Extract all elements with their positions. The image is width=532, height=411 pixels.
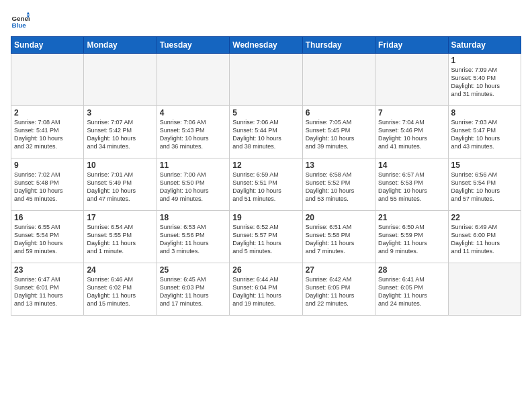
weekday-header: Thursday: [302, 37, 375, 54]
day-number: 17: [87, 213, 153, 222]
calendar-body: 1Sunrise: 7:09 AM Sunset: 5:40 PM Daylig…: [11, 54, 521, 316]
day-number: 22: [451, 213, 518, 222]
calendar-header: General Blue: [11, 11, 521, 30]
calendar-day-cell: 14Sunrise: 6:57 AM Sunset: 5:53 PM Dayli…: [375, 158, 448, 211]
calendar-day-cell: [11, 54, 84, 106]
day-info: Sunrise: 7:09 AM Sunset: 5:40 PM Dayligh…: [451, 66, 518, 99]
calendar-header-row: SundayMondayTuesdayWednesdayThursdayFrid…: [11, 37, 521, 54]
day-number: 7: [378, 108, 445, 118]
day-info: Sunrise: 7:00 AM Sunset: 5:50 PM Dayligh…: [160, 171, 226, 203]
day-info: Sunrise: 6:44 AM Sunset: 6:04 PM Dayligh…: [232, 275, 299, 308]
calendar-day-cell: 28Sunrise: 6:41 AM Sunset: 6:05 PM Dayli…: [375, 263, 448, 316]
day-info: Sunrise: 6:59 AM Sunset: 5:51 PM Dayligh…: [232, 171, 299, 203]
day-number: 19: [232, 213, 299, 222]
day-info: Sunrise: 7:06 AM Sunset: 5:44 PM Dayligh…: [232, 118, 299, 151]
logo-icon: General Blue: [11, 11, 30, 30]
day-info: Sunrise: 6:50 AM Sunset: 5:59 PM Dayligh…: [378, 223, 445, 256]
weekday-header: Sunday: [11, 37, 84, 54]
weekday-header: Tuesday: [157, 37, 229, 54]
svg-marker-2: [27, 11, 30, 14]
day-info: Sunrise: 6:57 AM Sunset: 5:53 PM Dayligh…: [378, 171, 445, 203]
weekday-header: Monday: [84, 37, 157, 54]
calendar-day-cell: [84, 54, 157, 106]
weekday-header: Saturday: [448, 37, 521, 54]
weekday-header: Wednesday: [230, 37, 302, 54]
calendar-day-cell: 27Sunrise: 6:42 AM Sunset: 6:05 PM Dayli…: [302, 263, 375, 316]
weekday-header: Friday: [375, 37, 448, 54]
day-info: Sunrise: 7:08 AM Sunset: 5:41 PM Dayligh…: [14, 118, 81, 151]
day-number: 26: [232, 265, 299, 275]
day-number: 10: [87, 161, 153, 170]
calendar-day-cell: 22Sunrise: 6:49 AM Sunset: 6:00 PM Dayli…: [448, 211, 521, 263]
calendar-day-cell: 16Sunrise: 6:55 AM Sunset: 5:54 PM Dayli…: [11, 211, 84, 263]
day-info: Sunrise: 6:47 AM Sunset: 6:01 PM Dayligh…: [14, 275, 81, 308]
day-info: Sunrise: 7:02 AM Sunset: 5:48 PM Dayligh…: [14, 171, 81, 203]
day-info: Sunrise: 6:49 AM Sunset: 6:00 PM Dayligh…: [451, 223, 518, 256]
calendar-week-row: 2Sunrise: 7:08 AM Sunset: 5:41 PM Daylig…: [11, 106, 521, 158]
day-number: 27: [306, 265, 372, 275]
calendar-day-cell: 9Sunrise: 7:02 AM Sunset: 5:48 PM Daylig…: [11, 158, 84, 211]
day-info: Sunrise: 7:01 AM Sunset: 5:49 PM Dayligh…: [87, 171, 153, 203]
calendar-week-row: 1Sunrise: 7:09 AM Sunset: 5:40 PM Daylig…: [11, 54, 521, 106]
calendar-day-cell: 8Sunrise: 7:03 AM Sunset: 5:47 PM Daylig…: [448, 106, 521, 158]
calendar-day-cell: [302, 54, 375, 106]
calendar-day-cell: [230, 54, 302, 106]
day-number: 16: [14, 213, 81, 222]
calendar-table: SundayMondayTuesdayWednesdayThursdayFrid…: [11, 36, 521, 316]
day-number: 21: [378, 213, 445, 222]
calendar-day-cell: 10Sunrise: 7:01 AM Sunset: 5:49 PM Dayli…: [84, 158, 157, 211]
day-number: 24: [87, 265, 153, 275]
calendar-container: General Blue SundayMondayTuesdayWednesda…: [0, 0, 532, 321]
svg-text:Blue: Blue: [11, 21, 26, 29]
calendar-day-cell: 5Sunrise: 7:06 AM Sunset: 5:44 PM Daylig…: [230, 106, 302, 158]
day-number: 28: [378, 265, 445, 275]
calendar-day-cell: 12Sunrise: 6:59 AM Sunset: 5:51 PM Dayli…: [230, 158, 302, 211]
calendar-day-cell: 23Sunrise: 6:47 AM Sunset: 6:01 PM Dayli…: [11, 263, 84, 316]
day-number: 9: [14, 161, 81, 170]
day-info: Sunrise: 6:58 AM Sunset: 5:52 PM Dayligh…: [306, 171, 372, 203]
calendar-day-cell: [448, 263, 521, 316]
day-number: 8: [451, 108, 518, 118]
day-info: Sunrise: 7:05 AM Sunset: 5:45 PM Dayligh…: [306, 118, 372, 151]
day-info: Sunrise: 6:53 AM Sunset: 5:56 PM Dayligh…: [160, 223, 226, 256]
calendar-week-row: 9Sunrise: 7:02 AM Sunset: 5:48 PM Daylig…: [11, 158, 521, 211]
calendar-day-cell: 17Sunrise: 6:54 AM Sunset: 5:55 PM Dayli…: [84, 211, 157, 263]
day-info: Sunrise: 6:56 AM Sunset: 5:54 PM Dayligh…: [451, 171, 518, 203]
calendar-day-cell: [157, 54, 229, 106]
calendar-day-cell: 4Sunrise: 7:06 AM Sunset: 5:43 PM Daylig…: [157, 106, 229, 158]
day-info: Sunrise: 6:42 AM Sunset: 6:05 PM Dayligh…: [306, 275, 372, 308]
calendar-day-cell: 7Sunrise: 7:04 AM Sunset: 5:46 PM Daylig…: [375, 106, 448, 158]
day-number: 15: [451, 161, 518, 170]
calendar-day-cell: 26Sunrise: 6:44 AM Sunset: 6:04 PM Dayli…: [230, 263, 302, 316]
day-info: Sunrise: 6:55 AM Sunset: 5:54 PM Dayligh…: [14, 223, 81, 256]
day-number: 5: [232, 108, 299, 118]
calendar-week-row: 23Sunrise: 6:47 AM Sunset: 6:01 PM Dayli…: [11, 263, 521, 316]
calendar-week-row: 16Sunrise: 6:55 AM Sunset: 5:54 PM Dayli…: [11, 211, 521, 263]
calendar-day-cell: 6Sunrise: 7:05 AM Sunset: 5:45 PM Daylig…: [302, 106, 375, 158]
day-info: Sunrise: 6:54 AM Sunset: 5:55 PM Dayligh…: [87, 223, 153, 256]
calendar-day-cell: 24Sunrise: 6:46 AM Sunset: 6:02 PM Dayli…: [84, 263, 157, 316]
day-number: 2: [14, 108, 81, 118]
calendar-day-cell: 20Sunrise: 6:51 AM Sunset: 5:58 PM Dayli…: [302, 211, 375, 263]
calendar-day-cell: 2Sunrise: 7:08 AM Sunset: 5:41 PM Daylig…: [11, 106, 84, 158]
day-number: 12: [232, 161, 299, 170]
calendar-day-cell: 3Sunrise: 7:07 AM Sunset: 5:42 PM Daylig…: [84, 106, 157, 158]
day-info: Sunrise: 7:06 AM Sunset: 5:43 PM Dayligh…: [160, 118, 226, 151]
day-number: 3: [87, 108, 153, 118]
day-info: Sunrise: 6:45 AM Sunset: 6:03 PM Dayligh…: [160, 275, 226, 308]
day-number: 4: [160, 108, 226, 118]
day-info: Sunrise: 6:46 AM Sunset: 6:02 PM Dayligh…: [87, 275, 153, 308]
calendar-day-cell: 15Sunrise: 6:56 AM Sunset: 5:54 PM Dayli…: [448, 158, 521, 211]
calendar-day-cell: 25Sunrise: 6:45 AM Sunset: 6:03 PM Dayli…: [157, 263, 229, 316]
day-number: 11: [160, 161, 226, 170]
logo: General Blue: [11, 11, 34, 30]
calendar-day-cell: 1Sunrise: 7:09 AM Sunset: 5:40 PM Daylig…: [448, 54, 521, 106]
day-number: 23: [14, 265, 81, 275]
day-number: 14: [378, 161, 445, 170]
day-number: 13: [306, 161, 372, 170]
calendar-day-cell: 13Sunrise: 6:58 AM Sunset: 5:52 PM Dayli…: [302, 158, 375, 211]
calendar-day-cell: [375, 54, 448, 106]
day-info: Sunrise: 6:51 AM Sunset: 5:58 PM Dayligh…: [306, 223, 372, 256]
day-number: 20: [306, 213, 372, 222]
day-info: Sunrise: 6:41 AM Sunset: 6:05 PM Dayligh…: [378, 275, 445, 308]
